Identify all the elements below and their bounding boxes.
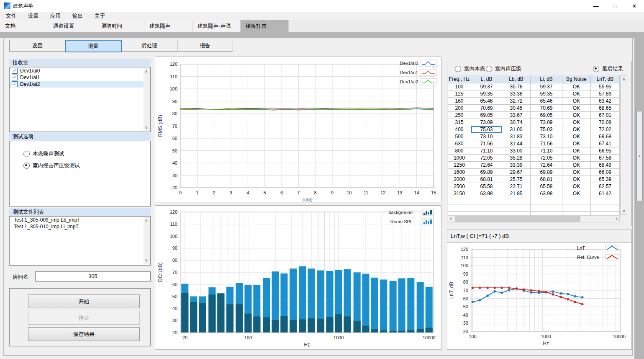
radio-icon[interactable]	[23, 151, 30, 157]
table-cell[interactable]: 63.98	[531, 190, 562, 197]
table-cell[interactable]: 69.05	[531, 112, 562, 119]
table-cell[interactable]: 59.35	[531, 90, 562, 98]
stop-button[interactable]: 停止	[28, 311, 140, 325]
table-cell[interactable]: 65.58	[471, 183, 502, 190]
table-cell[interactable]: 69.89	[471, 169, 502, 176]
channel-checkbox[interactable]	[12, 75, 18, 80]
channel-row-1[interactable]: Dev1/ai1	[10, 74, 150, 81]
table-cell[interactable]: 69.05	[471, 112, 502, 119]
table-cell[interactable]: 29.67	[502, 169, 531, 176]
collapse-panel-button[interactable]: ‹	[636, 111, 643, 201]
table-cell[interactable]: 66.09	[591, 169, 620, 176]
file-list-scrollbar[interactable]	[144, 217, 150, 264]
channel-row-2[interactable]: Dev1/ai2	[10, 81, 150, 88]
table-cell[interactable]	[531, 204, 562, 212]
table-cell[interactable]: 30.74	[502, 119, 531, 126]
file-item-0[interactable]: Test 1_305-009_imp Lb_impT	[10, 217, 150, 223]
table-cell[interactable]: 72.05	[471, 155, 502, 162]
table-cell[interactable]: 70.69	[531, 105, 562, 112]
maximize-button[interactable]: □	[606, 0, 625, 12]
tab-4[interactable]: 建筑隔声-声强	[192, 20, 241, 32]
table-cell[interactable]: 72.64	[471, 162, 502, 169]
hscroll-thumb[interactable]	[455, 216, 580, 222]
close-button[interactable]: ✕	[625, 0, 644, 12]
table-cell[interactable]: 72.05	[531, 155, 562, 162]
table-cell[interactable]	[448, 204, 471, 212]
table-cell[interactable]: OK	[562, 83, 591, 90]
table-cell[interactable]: 75.03	[471, 126, 502, 133]
table-cell[interactable]: 30.45	[502, 105, 531, 112]
table-cell[interactable]: 31.00	[502, 126, 531, 133]
radio-icon[interactable]	[486, 66, 492, 72]
table-cell[interactable]: 63.42	[591, 98, 620, 105]
table-cell[interactable]: 68.81	[531, 176, 562, 183]
test-option-0[interactable]: 本底噪声测试	[23, 150, 64, 158]
table-cell[interactable]: 69.89	[531, 169, 562, 176]
table-cell[interactable]: 1000	[448, 155, 471, 162]
table-cell[interactable]: 68.81	[471, 176, 502, 183]
result-filter-1[interactable]: 室内声压级	[486, 65, 521, 72]
table-cell[interactable]: 62.57	[591, 183, 620, 190]
table-cell[interactable]: OK	[562, 183, 591, 190]
table-cell[interactable]: 59.37	[471, 83, 502, 90]
scroll-right-icon[interactable]	[616, 216, 618, 221]
table-cell[interactable]: 71.56	[471, 140, 502, 147]
table-cell[interactable]: 31.44	[502, 140, 531, 147]
table-cell[interactable]: 25.75	[502, 176, 531, 183]
table-cell[interactable]: 500	[448, 133, 471, 140]
file-item-1[interactable]: Test 1_305-010_imp Li_impT	[10, 223, 150, 230]
table-cell[interactable]: 73.09	[471, 119, 502, 126]
result-filter-2[interactable]: 最后结果	[593, 65, 623, 72]
channel-row-0[interactable]: Dev1/ai0	[10, 67, 150, 74]
table-cell[interactable]: 35.28	[502, 155, 531, 162]
menu-item-3[interactable]: 输出	[67, 12, 89, 20]
table-cell[interactable]: 22.71	[502, 183, 531, 190]
table-cell[interactable]: 100	[448, 83, 471, 90]
channel-checkbox[interactable]	[12, 68, 18, 74]
table-cell[interactable]: 1250	[448, 162, 471, 169]
table-cell[interactable]: OK	[562, 98, 591, 105]
table-cell[interactable]: 33.39	[502, 162, 531, 169]
table-cell[interactable]: 59.37	[531, 83, 562, 90]
channel-checkbox[interactable]	[12, 81, 18, 87]
table-cell[interactable]: 71.10	[531, 147, 562, 155]
subtab-2[interactable]: 后处理	[121, 40, 177, 52]
scroll-down-icon[interactable]	[622, 209, 626, 213]
table-cell[interactable]: 73.10	[471, 133, 502, 140]
table-cell[interactable]: OK	[562, 126, 591, 133]
table-cell[interactable]	[591, 197, 620, 204]
tab-5[interactable]: 楼板打击	[241, 20, 289, 32]
table-cell[interactable]: 67.01	[591, 112, 620, 119]
table-cell[interactable]: OK	[562, 147, 591, 155]
table-cell[interactable]: 2000	[448, 176, 471, 183]
table-cell[interactable]: 800	[448, 147, 471, 155]
minimize-button[interactable]: —	[586, 0, 606, 12]
test-file-list[interactable]: Test 1_305-009_imp Lb_impTTest 1_305-010…	[9, 216, 151, 266]
subtab-0[interactable]: 设置	[9, 40, 65, 52]
table-cell[interactable]: 315	[448, 119, 471, 126]
table-cell[interactable]: OK	[562, 133, 591, 140]
table-cell[interactable]: OK	[562, 105, 591, 112]
table-cell[interactable]: 63.98	[471, 190, 502, 197]
tab-1[interactable]: 通道设置	[48, 20, 96, 32]
scroll-down-icon[interactable]	[144, 125, 149, 129]
table-cell[interactable]: OK	[562, 169, 591, 176]
table-hscrollbar[interactable]	[448, 215, 620, 222]
table-cell[interactable]: 65.46	[471, 98, 502, 105]
radio-icon[interactable]	[593, 66, 599, 72]
table-cell[interactable]: 59.35	[471, 90, 502, 98]
table-cell[interactable]: 200	[448, 105, 471, 112]
table-cell[interactable]: 33.67	[502, 112, 531, 119]
table-vscrollbar[interactable]	[620, 75, 627, 215]
table-cell[interactable]	[471, 197, 502, 204]
table-cell[interactable]: 65.46	[531, 98, 562, 105]
table-cell[interactable]: OK	[562, 162, 591, 169]
start-button[interactable]: 开始	[28, 294, 140, 308]
table-cell[interactable]: 65.58	[531, 183, 562, 190]
table-cell[interactable]: 33.00	[502, 147, 531, 155]
table-cell[interactable]: 32.72	[502, 98, 531, 105]
tab-0[interactable]: 文档	[0, 20, 48, 32]
save-results-button[interactable]: 保存结果	[28, 327, 140, 341]
table-cell[interactable]	[591, 204, 620, 212]
table-cell[interactable]	[502, 204, 531, 212]
